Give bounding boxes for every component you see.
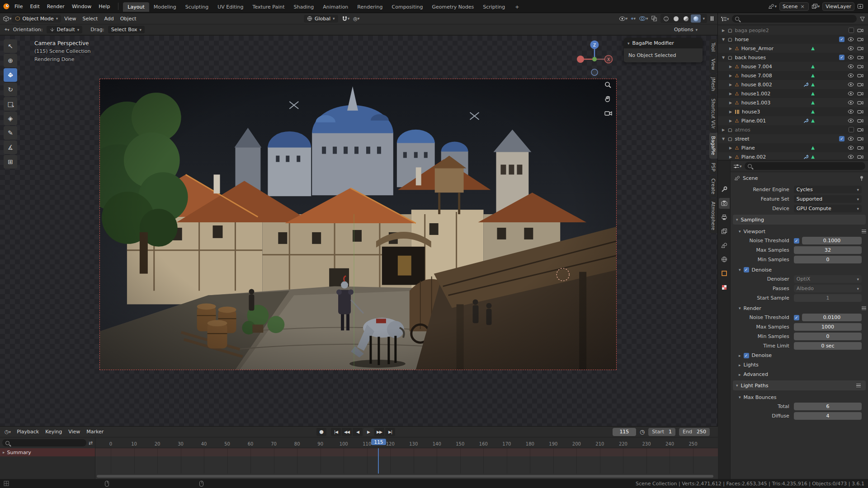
viewport-menu-add[interactable]: Add bbox=[101, 15, 117, 23]
viewport-subpanel-header[interactable]: ▾Viewport bbox=[731, 227, 868, 236]
jump-end-button[interactable]: ▶| bbox=[385, 428, 395, 436]
pause-icon[interactable] bbox=[710, 16, 714, 21]
outliner-item[interactable]: ▶△house 7.008▲ bbox=[718, 71, 868, 80]
checkbox[interactable]: ✓ bbox=[794, 315, 799, 320]
shading-rendered-icon[interactable] bbox=[691, 14, 701, 23]
cursor-tool-button[interactable]: ⊕ bbox=[4, 54, 17, 67]
properties-editor-icon[interactable]: ▾ bbox=[733, 164, 742, 169]
bl-logo-icon[interactable] bbox=[3, 3, 10, 10]
collapse-icon[interactable]: ▼ bbox=[721, 56, 726, 60]
view-layer-properties-tab[interactable] bbox=[719, 226, 730, 237]
measure-tool-button[interactable]: ∡ bbox=[4, 141, 17, 154]
modifier-icon[interactable] bbox=[803, 154, 808, 160]
channel-search-input[interactable] bbox=[12, 440, 83, 446]
camera-view-icon[interactable] bbox=[602, 107, 614, 119]
expand-icon[interactable]: ▶ bbox=[728, 101, 733, 105]
playhead-badge[interactable]: 115 bbox=[371, 439, 386, 445]
viewlayer-browse-icon[interactable]: ▾ bbox=[811, 4, 820, 9]
outliner-item[interactable]: ▼▢back houses✓ bbox=[718, 53, 868, 62]
world-properties-tab[interactable] bbox=[719, 254, 730, 265]
transform-orientation-dropdown[interactable]: Global ▾ bbox=[304, 15, 338, 23]
sidebar-tab-tool[interactable]: Tool bbox=[709, 39, 717, 55]
light-paths-panel-header[interactable]: ▾Light Paths bbox=[733, 380, 866, 390]
workspace-tab-geometry-nodes[interactable]: Geometry Nodes bbox=[427, 2, 478, 12]
outliner-item[interactable]: ▼▢street✓ bbox=[718, 134, 868, 143]
stopwatch-icon[interactable]: ◷ bbox=[640, 428, 645, 435]
scene-browse-icon[interactable]: ▾ bbox=[768, 4, 777, 9]
eye-icon[interactable] bbox=[848, 37, 854, 42]
orientation-setting-dropdown[interactable]: Default ▾ bbox=[47, 26, 83, 33]
checkbox[interactable]: ✓ bbox=[794, 238, 799, 244]
outliner-item[interactable]: ▶△Plane▲ bbox=[718, 143, 868, 152]
camera-restrict-icon[interactable] bbox=[857, 155, 863, 159]
outliner-item[interactable]: ▶▢baga people2 bbox=[718, 26, 868, 35]
sidebar-tab-jmesh[interactable]: JMesh bbox=[709, 74, 717, 94]
expand-icon[interactable]: ▶ bbox=[728, 65, 733, 69]
navigation-gizmo[interactable]: Z X bbox=[576, 38, 613, 76]
sidebar-tab-psp[interactable]: PSP bbox=[709, 160, 717, 174]
timeline-menu-marker[interactable]: Marker bbox=[83, 428, 107, 436]
property-value-field[interactable]: 0.1000 bbox=[802, 237, 862, 244]
expand-icon[interactable]: ▶ bbox=[728, 155, 733, 159]
camera-restrict-icon[interactable] bbox=[857, 73, 863, 78]
workspace-tab-compositing[interactable]: Compositing bbox=[387, 2, 428, 12]
outliner-item[interactable]: ▼▢horse✓ bbox=[718, 35, 868, 44]
property-dropdown[interactable]: GPU Compute▾ bbox=[794, 205, 862, 212]
property-value-field[interactable]: 32 bbox=[794, 246, 862, 254]
swap-icon[interactable]: ⇄ bbox=[89, 440, 93, 446]
workspace-tab-texture-paint[interactable]: Texture Paint bbox=[248, 2, 289, 12]
scale-tool-button[interactable]: □↘ bbox=[4, 97, 17, 111]
add-workspace-button[interactable]: + bbox=[510, 2, 524, 12]
outliner-item[interactable]: ▶△house1.002▲ bbox=[718, 89, 868, 98]
add-cube-tool-button[interactable]: ⊞ bbox=[4, 155, 17, 169]
timeline-scrollbar[interactable] bbox=[97, 475, 713, 478]
editor-type-icon[interactable]: ▾ bbox=[3, 15, 12, 22]
property-value-field[interactable]: 0 sec bbox=[794, 342, 862, 350]
jump-start-button[interactable]: |◀ bbox=[331, 428, 341, 436]
shading-material-icon[interactable] bbox=[681, 14, 691, 23]
camera-restrict-icon[interactable] bbox=[857, 127, 863, 132]
eye-icon[interactable] bbox=[848, 145, 854, 150]
preset-icon[interactable] bbox=[856, 384, 861, 388]
viewport-denoise-header[interactable]: ▾✓ Denoise bbox=[731, 265, 868, 274]
pan-hand-icon[interactable] bbox=[602, 93, 614, 105]
collapse-icon[interactable]: ▼ bbox=[721, 137, 726, 141]
workspace-tab-modeling[interactable]: Modeling bbox=[149, 2, 181, 12]
collapse-icon[interactable]: ▼ bbox=[721, 38, 726, 42]
modifier-icon[interactable] bbox=[803, 82, 808, 87]
camera-restrict-icon[interactable] bbox=[857, 100, 863, 105]
workspace-tab-layout[interactable]: Layout bbox=[123, 2, 149, 12]
workspace-tab-scripting[interactable]: Scripting bbox=[478, 2, 509, 12]
eye-icon[interactable] bbox=[848, 55, 854, 60]
texture-properties-tab[interactable] bbox=[719, 282, 730, 293]
viewlayer-selector[interactable]: ViewLayer bbox=[822, 2, 854, 11]
properties-search[interactable] bbox=[745, 162, 865, 170]
camera-restrict-icon[interactable] bbox=[857, 37, 863, 42]
filter-funnel-icon[interactable] bbox=[859, 16, 865, 22]
property-value-field[interactable]: 1 bbox=[794, 294, 862, 302]
current-frame-field[interactable]: 115 bbox=[613, 428, 636, 436]
frame-end-field[interactable]: End 250 bbox=[679, 428, 710, 436]
bagapie-panel-header[interactable]: ▾ BagaPie Modifier bbox=[624, 38, 703, 48]
expand-icon[interactable]: ▶ bbox=[728, 74, 733, 78]
mode-dropdown[interactable]: Object Mode ▾ bbox=[12, 15, 61, 23]
overlays-toggle-icon[interactable]: ▾ bbox=[639, 16, 648, 21]
timeline-menu-playback[interactable]: Playback bbox=[14, 428, 42, 436]
menu-render[interactable]: Render bbox=[43, 2, 68, 11]
expand-icon[interactable]: ▶ bbox=[728, 92, 733, 96]
property-value-field[interactable]: 6 bbox=[794, 403, 862, 410]
properties-search-input[interactable] bbox=[754, 163, 862, 169]
eye-icon[interactable] bbox=[848, 118, 854, 123]
workspace-tab-animation[interactable]: Animation bbox=[318, 2, 353, 12]
render-subpanel-header[interactable]: ▾Render bbox=[731, 304, 868, 313]
visibility-eye-icon[interactable]: ▾ bbox=[619, 16, 628, 21]
camera-restrict-icon[interactable] bbox=[857, 46, 863, 51]
drag-setting-dropdown[interactable]: Select Box ▾ bbox=[108, 26, 145, 33]
property-dropdown[interactable]: OptiX▾ bbox=[794, 275, 862, 283]
property-value-field[interactable]: 4 bbox=[794, 412, 862, 420]
timeline-tracks[interactable] bbox=[95, 448, 718, 474]
menu-help[interactable]: Help bbox=[95, 2, 113, 11]
expand-icon[interactable]: ▶ bbox=[728, 146, 733, 150]
max-bounces-header[interactable]: ▾Max Bounces bbox=[731, 393, 868, 402]
proportional-edit-icon[interactable]: ◎▾ bbox=[353, 16, 359, 22]
